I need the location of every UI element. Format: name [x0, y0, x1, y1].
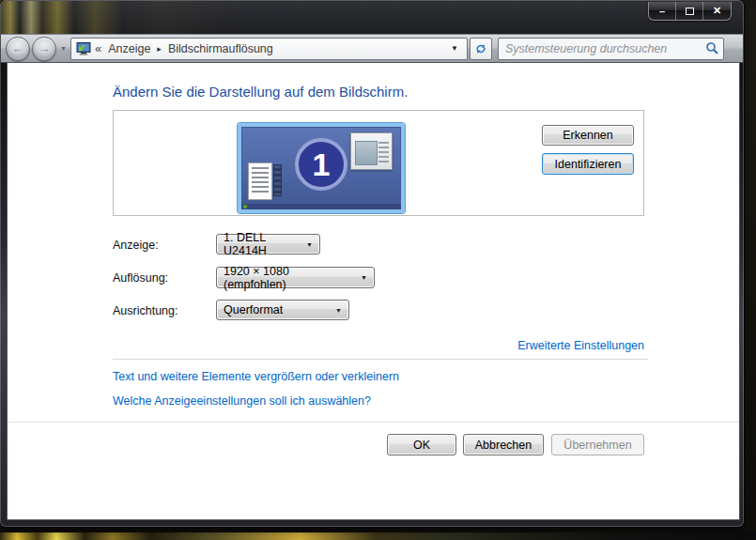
button-row-divider [8, 422, 739, 423]
make-text-larger-link[interactable]: Text und weitere Elemente vergrößern ode… [113, 370, 399, 383]
maximize-button[interactable] [676, 2, 703, 20]
navigation-bar: ← → ▼ « Anzeige ▸ Bildschirmauflösung ▼ [1, 34, 743, 63]
address-bar[interactable]: « Anzeige ▸ Bildschirmauflösung ▼ [70, 38, 468, 60]
mini-taskbar-graphic [241, 204, 401, 209]
mini-document-lines [252, 167, 269, 195]
mini-document-graphic [248, 162, 272, 200]
section-divider [113, 359, 648, 360]
orientation-combobox[interactable]: Querformat ▼ [216, 300, 349, 320]
refresh-icon [474, 42, 487, 55]
orientation-field-label: Ausrichtung: [113, 304, 177, 317]
close-button[interactable]: ✕ [703, 2, 731, 20]
mini-window-pane [355, 141, 378, 165]
monitor-number-badge: 1 [295, 138, 347, 191]
search-input[interactable] [505, 42, 705, 55]
apply-button: Übernehmen [551, 434, 644, 455]
display-icon [76, 42, 91, 55]
back-arrow-icon: ← [12, 41, 24, 55]
forward-arrow-icon: → [39, 41, 51, 55]
chevron-down-icon: ▼ [299, 241, 313, 248]
mini-scrollbar-graphic [273, 164, 282, 196]
address-dropdown-icon[interactable]: ▼ [447, 44, 462, 53]
back-button[interactable]: ← [6, 37, 30, 61]
control-panel-window: – ✕ ← → ▼ « Anzeige ▸ Bilds [0, 0, 744, 527]
cancel-button[interactable]: Abbrechen [463, 434, 544, 455]
search-icon[interactable] [705, 41, 719, 55]
mini-window-graphic [350, 132, 393, 170]
which-settings-help-link[interactable]: Welche Anzeigeeinstellungen soll ich aus… [113, 394, 371, 408]
caption-button-group: – ✕ [648, 2, 732, 21]
maximize-icon [686, 8, 694, 15]
breadcrumb-item-anzeige[interactable]: Anzeige [103, 42, 155, 55]
display-field-label: Anzeige: [113, 239, 159, 252]
chevron-down-icon: ▼ [353, 274, 367, 281]
chevron-down-icon: ▼ [328, 307, 342, 314]
resolution-combobox[interactable]: 1920 × 1080 (empfohlen) ▼ [216, 267, 375, 288]
monitor-number: 1 [313, 147, 331, 183]
recent-pages-dropdown[interactable]: ▼ [60, 45, 67, 52]
display-combobox[interactable]: 1. DELL U2414H ▼ [216, 234, 320, 255]
minimize-icon: – [659, 6, 665, 17]
mini-window-lines [378, 142, 389, 165]
desktop-wallpaper-bottom [0, 532, 756, 540]
orientation-combobox-value: Querformat [224, 303, 283, 316]
advanced-settings-link[interactable]: Erweiterte Einstellungen [517, 339, 644, 352]
search-box[interactable] [498, 38, 724, 60]
breadcrumb-overflow-chevron[interactable]: « [91, 41, 103, 55]
mini-start-button-graphic [243, 205, 247, 208]
monitor-preview-panel: 1 Erkennen Identifizieren [113, 110, 644, 216]
refresh-button[interactable] [470, 38, 492, 60]
ok-button[interactable]: OK [387, 434, 456, 455]
identify-button[interactable]: Identifizieren [542, 153, 634, 175]
detect-button[interactable]: Erkennen [542, 125, 634, 146]
breadcrumb-separator-icon[interactable]: ▸ [155, 44, 163, 54]
resolution-field-label: Auflösung: [113, 271, 168, 285]
display-combobox-value: 1. DELL U2414H [224, 231, 299, 257]
monitor-1-thumbnail[interactable]: 1 [238, 123, 405, 213]
resolution-combobox-value: 1920 × 1080 (empfohlen) [224, 265, 353, 291]
close-icon: ✕ [713, 5, 721, 17]
minimize-button[interactable]: – [649, 2, 676, 20]
page-title: Ändern Sie die Darstellung auf dem Bilds… [113, 84, 408, 100]
forward-button[interactable]: → [32, 37, 56, 61]
breadcrumb-item-bildschirmaufloesung[interactable]: Bildschirmauflösung [163, 42, 278, 55]
dialog-client-area: Ändern Sie die Darstellung auf dem Bilds… [8, 63, 739, 519]
